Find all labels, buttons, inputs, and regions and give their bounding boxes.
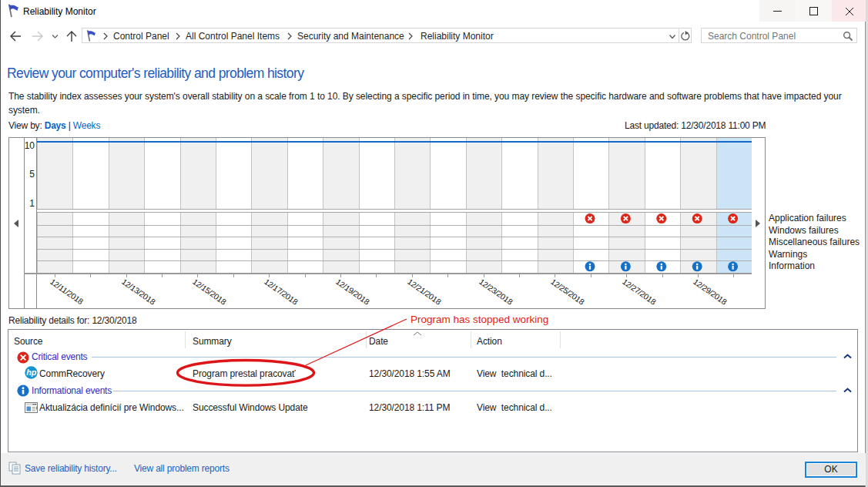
svg-text:hp: hp: [26, 368, 37, 377]
